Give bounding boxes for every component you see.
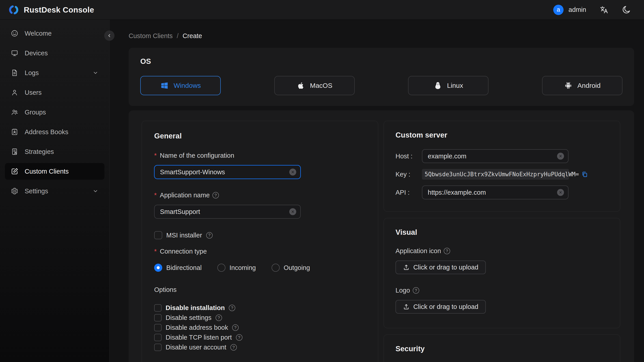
sidebar-item-strategies[interactable]: Strategies — [5, 143, 104, 160]
sidebar-item-users[interactable]: Users — [5, 84, 104, 101]
sidebar: Welcome Devices Logs — [0, 20, 110, 362]
app-name-input-wrapper: × — [154, 205, 301, 219]
sidebar-item-label: Settings — [25, 188, 86, 195]
os-title: OS — [140, 57, 622, 66]
help-icon[interactable]: ? — [232, 324, 239, 331]
api-row: API : × — [396, 186, 608, 199]
monitor-icon — [11, 49, 18, 57]
os-button-label: MacOS — [310, 82, 332, 90]
sidebar-item-devices[interactable]: Devices — [5, 45, 104, 62]
radio-icon[interactable] — [272, 264, 280, 272]
help-icon[interactable]: ? — [413, 287, 419, 294]
sidebar-item-groups[interactable]: Groups — [5, 104, 104, 120]
avatar[interactable]: a — [553, 5, 564, 15]
sidebar-collapse-button[interactable] — [104, 30, 114, 41]
chevron-down-icon[interactable] — [92, 70, 98, 76]
os-button-macos[interactable]: MacOS — [274, 76, 355, 95]
disable-settings-checkbox[interactable] — [154, 314, 162, 322]
help-icon[interactable]: ? — [229, 305, 235, 311]
breadcrumb-parent[interactable]: Custom Clients — [128, 32, 173, 40]
app-title: RustDesk Console — [24, 6, 94, 14]
users-icon — [11, 108, 18, 116]
api-input[interactable] — [422, 186, 568, 199]
radio-bidirectional[interactable]: Bidirectional — [154, 264, 202, 272]
options-list: Disable installation ? Disable settings … — [154, 304, 366, 351]
os-button-linux[interactable]: Linux — [408, 76, 488, 95]
clear-icon[interactable]: × — [557, 189, 564, 196]
help-icon[interactable]: ? — [444, 248, 450, 254]
apple-icon — [296, 81, 305, 90]
upload-button-label: Click or drag to upload — [413, 264, 478, 271]
user-menu[interactable]: a admin — [553, 5, 586, 15]
logo-upload-button[interactable]: Click or drag to upload — [396, 300, 486, 314]
sidebar-item-settings[interactable]: Settings — [5, 183, 104, 199]
disable-tcp-listen-port-checkbox[interactable] — [154, 334, 162, 341]
api-label: API : — [396, 189, 422, 196]
help-icon[interactable]: ? — [216, 314, 222, 321]
copy-icon[interactable] — [581, 171, 588, 178]
msi-installer-checkbox[interactable] — [154, 231, 162, 239]
client-form-card: General * Name of the configuration × * … — [128, 110, 634, 362]
app-icon-upload-button[interactable]: Click or drag to upload — [396, 260, 486, 274]
smiley-icon — [11, 30, 18, 37]
linux-icon — [434, 81, 442, 90]
right-column: Custom server Host : × Key : 5Qbwsde3un — [384, 121, 620, 362]
custom-server-panel: Custom server Host : × Key : 5Qbwsde3un — [384, 121, 620, 212]
help-icon[interactable]: ? — [236, 334, 242, 341]
disable-address-book-checkbox[interactable] — [154, 324, 162, 331]
required-marker: * — [154, 192, 157, 199]
host-input[interactable] — [422, 149, 568, 163]
sidebar-item-address-books[interactable]: Address Books — [5, 124, 104, 140]
chevron-down-icon[interactable] — [92, 188, 98, 194]
clear-icon[interactable]: × — [289, 208, 296, 215]
connection-type-label: * Connection type — [154, 248, 366, 255]
disable-installation-checkbox[interactable] — [154, 304, 162, 312]
upload-button-label: Click or drag to upload — [413, 303, 478, 310]
breadcrumb-current: Create — [182, 32, 202, 40]
application-name-input[interactable] — [154, 205, 301, 219]
breadcrumb: Custom Clients / Create — [128, 32, 634, 40]
key-field: 5Qbwsde3unUcJBtrx9ZkvUmwFNoExHzpryHuPUdq… — [422, 169, 569, 180]
general-title: General — [154, 132, 366, 140]
top-bar: RustDesk Console a admin — [0, 0, 644, 20]
custom-server-title: Custom server — [396, 131, 608, 139]
connection-type-options: Bidirectional Incoming Outgoing — [154, 264, 366, 272]
radio-outgoing[interactable]: Outgoing — [272, 264, 310, 272]
option-disable-user-account: Disable user account ? — [154, 344, 366, 351]
radio-icon[interactable] — [217, 264, 226, 272]
option-disable-tcp-listen-port: Disable TCP listen port ? — [154, 334, 366, 341]
dark-mode-icon[interactable] — [622, 5, 631, 14]
security-title: Security — [396, 344, 608, 353]
sidebar-item-custom-clients[interactable]: Custom Clients — [5, 163, 104, 180]
windows-icon — [160, 81, 169, 90]
disable-user-account-checkbox[interactable] — [154, 344, 162, 351]
sidebar-item-logs[interactable]: Logs — [5, 64, 104, 81]
os-button-windows[interactable]: Windows — [140, 76, 221, 95]
help-icon[interactable]: ? — [212, 192, 219, 198]
address-book-icon — [11, 128, 18, 136]
os-button-label: Android — [578, 82, 600, 90]
logo-label: Logo ? — [396, 287, 608, 294]
radio-icon[interactable] — [154, 264, 162, 272]
required-marker: * — [154, 248, 157, 255]
edit-square-icon — [11, 168, 18, 175]
help-icon[interactable]: ? — [206, 232, 213, 238]
clear-icon[interactable]: × — [557, 153, 564, 160]
sidebar-item-welcome[interactable]: Welcome — [5, 25, 104, 42]
radio-incoming[interactable]: Incoming — [217, 264, 256, 272]
help-icon[interactable]: ? — [230, 344, 237, 350]
sidebar-item-label: Custom Clients — [25, 168, 98, 175]
language-icon[interactable] — [599, 5, 608, 14]
app-name-field-label: * Application name ? — [154, 192, 366, 199]
option-disable-settings: Disable settings ? — [154, 314, 366, 322]
android-icon — [564, 81, 572, 90]
chevron-left-icon — [107, 33, 112, 38]
options-title: Options — [154, 286, 366, 294]
name-input-wrapper: × — [154, 165, 301, 179]
msi-installer-label: MSI installer — [166, 232, 202, 239]
configuration-name-input[interactable] — [154, 165, 301, 179]
clear-icon[interactable]: × — [289, 169, 296, 176]
app-root: RustDesk Console a admin — [0, 0, 644, 362]
visual-panel: Visual Application icon ? — [384, 218, 620, 328]
os-button-android[interactable]: Android — [542, 76, 622, 95]
